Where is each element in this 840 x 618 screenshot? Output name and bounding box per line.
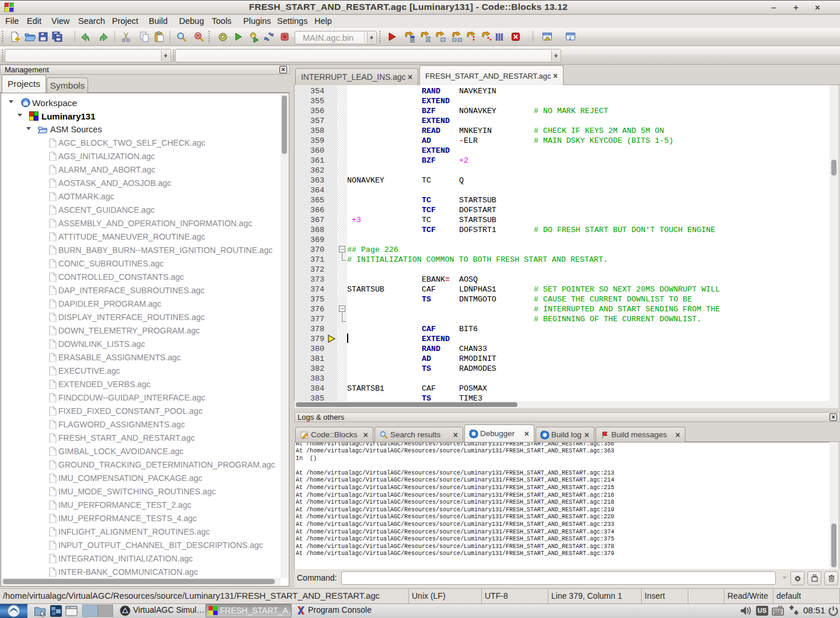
- svg-text:R: R: [197, 33, 201, 39]
